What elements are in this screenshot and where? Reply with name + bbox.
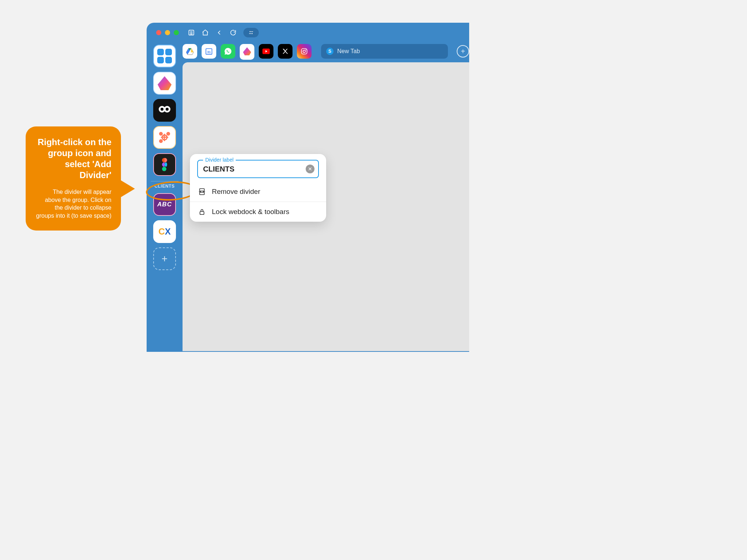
new-tab-button[interactable]: + (457, 45, 469, 58)
remove-divider-label: Remove divider (212, 188, 260, 196)
svg-point-11 (166, 108, 169, 111)
abc-label: ABC (157, 201, 172, 208)
owl-icon (158, 105, 171, 116)
tab-x[interactable] (278, 44, 292, 59)
zoom-window-button[interactable] (174, 30, 179, 35)
dock-hootsuite[interactable] (153, 99, 176, 122)
svg-rect-27 (200, 211, 204, 214)
dock-figma[interactable] (153, 153, 176, 176)
list-icon[interactable] (188, 29, 195, 36)
lock-webdock-label: Lock webdock & toolbars (212, 208, 289, 216)
lock-webdock-item[interactable]: Lock webdock & toolbars (190, 202, 326, 222)
divider-label-caption: Divider label (203, 157, 236, 163)
divider-context-menu: Divider label ✕ Remove divider Lock webd… (190, 154, 326, 222)
svg-text:31: 31 (207, 50, 211, 54)
svg-point-22 (306, 49, 306, 50)
tab-clickup[interactable] (240, 44, 254, 59)
calendar-icon: 31 (205, 47, 213, 55)
drive-icon (186, 48, 194, 55)
svg-marker-14 (191, 48, 194, 52)
callout-body: The divider will appear above the group.… (35, 188, 111, 220)
x-icon (282, 48, 288, 55)
reload-icon[interactable] (229, 29, 237, 36)
youtube-icon (262, 48, 270, 54)
clickup-icon (158, 76, 172, 90)
dock-hubspot[interactable] (153, 126, 176, 149)
svg-point-6 (251, 33, 253, 34)
site-settings-button[interactable] (243, 28, 259, 37)
shift-fav-icon: S (326, 48, 334, 55)
webdock-divider[interactable]: CLIENTS (151, 181, 179, 189)
tab-calendar[interactable]: 31 (202, 44, 216, 59)
tabstrip: 31 S New Tab (183, 43, 469, 62)
back-icon[interactable] (216, 29, 223, 36)
svg-point-10 (161, 108, 163, 111)
close-window-button[interactable] (156, 30, 161, 35)
svg-point-21 (303, 50, 306, 53)
tab-youtube[interactable] (259, 44, 273, 59)
dock-client-abc[interactable]: ABC (153, 193, 176, 216)
svg-rect-23 (200, 189, 205, 191)
plus-icon: + (162, 253, 168, 265)
svg-point-4 (250, 31, 251, 32)
lock-icon (198, 208, 206, 216)
callout-card: Right-click on the group icon and select… (26, 126, 121, 231)
clickup-icon (243, 47, 251, 55)
new-tab[interactable]: S New Tab (321, 44, 448, 59)
remove-divider-item[interactable]: Remove divider (190, 182, 326, 202)
clear-input-button[interactable]: ✕ (306, 165, 314, 173)
new-tab-label: New Tab (337, 48, 360, 55)
add-dock-slot-button[interactable]: + (153, 247, 176, 270)
hubspot-icon (159, 132, 170, 143)
close-icon: ✕ (308, 166, 312, 172)
tab-drive[interactable] (183, 44, 197, 59)
svg-rect-24 (200, 192, 205, 195)
tab-instagram[interactable] (297, 44, 312, 59)
figma-icon (162, 158, 167, 171)
instagram-icon (301, 48, 308, 55)
titlebar (147, 23, 469, 43)
webdock: CLIENTS ABC CX + (147, 43, 183, 351)
minimize-window-button[interactable] (165, 30, 170, 35)
dock-client-cx[interactable]: CX (153, 220, 176, 243)
remove-divider-icon (198, 188, 206, 196)
home-icon[interactable] (202, 29, 209, 36)
traffic-lights (156, 30, 179, 35)
whatsapp-icon (224, 47, 232, 55)
apps-grid-button[interactable] (153, 45, 176, 67)
callout-headline: Right-click on the group icon and select… (35, 137, 111, 181)
apps-grid-icon (157, 49, 172, 63)
dock-clickup[interactable] (153, 72, 176, 95)
tab-whatsapp[interactable] (221, 44, 235, 59)
cx-icon: CX (158, 226, 170, 237)
callout-pointer-icon (120, 180, 135, 198)
